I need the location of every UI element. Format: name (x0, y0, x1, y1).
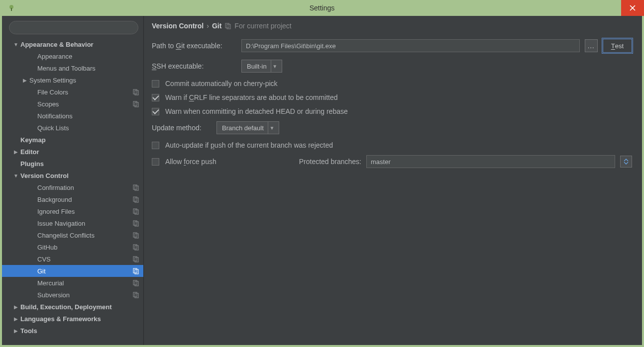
tree-item[interactable]: Issue Navigation (2, 217, 143, 229)
tree-item-label: Changelist Conflicts (37, 232, 95, 239)
git-path-input[interactable] (241, 39, 580, 52)
tree-item[interactable]: ▶Languages & Frameworks (2, 313, 143, 325)
test-button[interactable]: Test (603, 39, 632, 53)
chevron-down-icon: ▼ (268, 122, 276, 134)
client-area: ▼Appearance & BehaviorAppearanceMenus an… (2, 16, 642, 345)
project-scope-icon (132, 256, 139, 262)
ssh-select[interactable]: Built-in ▼ (241, 60, 282, 73)
tree-item-label: Subversion (37, 291, 70, 299)
tree-item-label: File Colors (37, 88, 68, 96)
app-icon (7, 3, 16, 12)
tree-item-label: Quick Lists (37, 124, 69, 132)
breadcrumb: Version Control › Git For current projec… (152, 22, 632, 30)
ssh-value: Built-in (247, 63, 267, 70)
project-scope-icon (132, 244, 139, 251)
tree-item[interactable]: Notifications (2, 110, 143, 122)
tree-item-label: Tools (20, 327, 37, 335)
git-path-label: Path to Git executable: (152, 42, 236, 50)
tree-item-label: Appearance (37, 53, 72, 60)
tree-item-label: Menus and Toolbars (37, 65, 96, 72)
tree-item-label: Languages & Frameworks (20, 315, 101, 323)
tree-item-label: Build, Execution, Deployment (20, 303, 111, 311)
cherry-pick-label: Commit automatically on cherry-pick (165, 80, 278, 87)
ssh-label: SSH executable: (152, 62, 236, 70)
chevron-right-icon: ▶ (22, 78, 28, 83)
cherry-pick-checkbox[interactable] (152, 80, 159, 87)
tree-item-label: Editor (20, 148, 39, 156)
tree-item-label: GitHub (37, 244, 57, 251)
project-scope-icon (132, 267, 139, 274)
project-scope-icon (132, 196, 139, 203)
force-push-label: Allow force push (165, 158, 216, 166)
tree-item[interactable]: Menus and Toolbars (2, 62, 143, 74)
tree-item-label: Plugins (20, 160, 44, 168)
browse-button[interactable]: ... (585, 39, 598, 52)
tree-item[interactable]: Appearance (2, 50, 143, 62)
tree-item[interactable]: File Colors (2, 86, 143, 98)
search-input[interactable] (9, 21, 138, 34)
settings-tree: ▼Appearance & BehaviorAppearanceMenus an… (2, 38, 143, 337)
chevron-down-icon: ▼ (13, 173, 19, 178)
tree-item-label: Notifications (37, 112, 73, 120)
tree-item-label: CVS (37, 256, 51, 263)
crlf-checkbox[interactable] (152, 94, 159, 101)
tree-item[interactable]: ▼Appearance & Behavior (2, 38, 143, 50)
tree-item-label: Version Control (20, 172, 69, 179)
tree-item[interactable]: GitHub (2, 241, 143, 253)
project-scope-icon (132, 279, 139, 286)
tree-item[interactable]: CVS (2, 253, 143, 265)
tree-item[interactable]: Ignored Files (2, 205, 143, 217)
protected-input[interactable] (366, 155, 615, 168)
crlf-label: Warn if CRLF line separators are about t… (165, 93, 338, 101)
tree-item[interactable]: Plugins (2, 158, 143, 170)
breadcrumb-current: Git (212, 22, 221, 30)
project-scope-icon (132, 184, 139, 191)
tree-item-label: Keymap (20, 136, 46, 144)
breadcrumb-parent: Version Control (152, 22, 204, 30)
project-scope-icon (132, 220, 139, 227)
tree-item[interactable]: ▶System Settings (2, 74, 143, 86)
tree-item-label: Ignored Files (37, 208, 75, 215)
svg-rect-1 (11, 8, 12, 11)
tree-item[interactable]: Keymap (2, 134, 143, 146)
chevron-right-icon: ▶ (13, 316, 19, 322)
project-scope-icon (132, 100, 139, 107)
project-scope-icon (224, 22, 231, 29)
tree-item-label: Appearance & Behavior (20, 41, 94, 48)
detached-checkbox[interactable] (152, 108, 159, 115)
chevron-down-icon: ▼ (271, 60, 279, 72)
update-select[interactable]: Branch default ▼ (216, 121, 279, 134)
tree-item[interactable]: ▶Tools (2, 325, 143, 337)
tree-item-label: Git (37, 267, 46, 275)
tree-item-label: System Settings (29, 77, 76, 84)
breadcrumb-sep: › (207, 22, 209, 30)
tree-item[interactable]: Git (2, 265, 143, 277)
tree-item-label: Scopes (37, 100, 59, 108)
main-panel: Version Control › Git For current projec… (144, 16, 642, 345)
tree-item[interactable]: Scopes (2, 98, 143, 110)
tree-item[interactable]: Changelist Conflicts (2, 229, 143, 241)
tree-item[interactable]: Confirmation (2, 181, 143, 193)
detached-label: Warn when committing in detached HEAD or… (165, 107, 348, 115)
update-label: Update method: (152, 124, 212, 132)
tree-item[interactable]: Quick Lists (2, 122, 143, 134)
tree-item[interactable]: ▶Build, Execution, Deployment (2, 301, 143, 313)
tree-item[interactable]: Mercurial (2, 277, 143, 289)
force-push-checkbox[interactable] (152, 158, 159, 166)
chevron-down-icon: ▼ (13, 42, 19, 47)
protected-label: Protected branches: (299, 158, 361, 166)
tree-item-label: Issue Navigation (37, 220, 85, 227)
tree-item[interactable]: ▶Editor (2, 146, 143, 158)
project-scope-icon (132, 88, 139, 95)
auto-update-label: Auto-update if push of the current branc… (165, 141, 333, 149)
tree-item[interactable]: Background (2, 193, 143, 205)
chevron-right-icon: ▶ (13, 149, 19, 155)
auto-update-checkbox[interactable] (152, 142, 159, 149)
tree-item-label: Background (37, 196, 72, 203)
sidebar: ▼Appearance & BehaviorAppearanceMenus an… (2, 16, 144, 345)
tree-item[interactable]: ▼Version Control (2, 170, 143, 181)
tree-item-label: Mercurial (37, 279, 64, 287)
close-button[interactable] (621, 0, 644, 16)
tree-item[interactable]: Subversion (2, 289, 143, 301)
expand-field-button[interactable] (620, 156, 632, 168)
